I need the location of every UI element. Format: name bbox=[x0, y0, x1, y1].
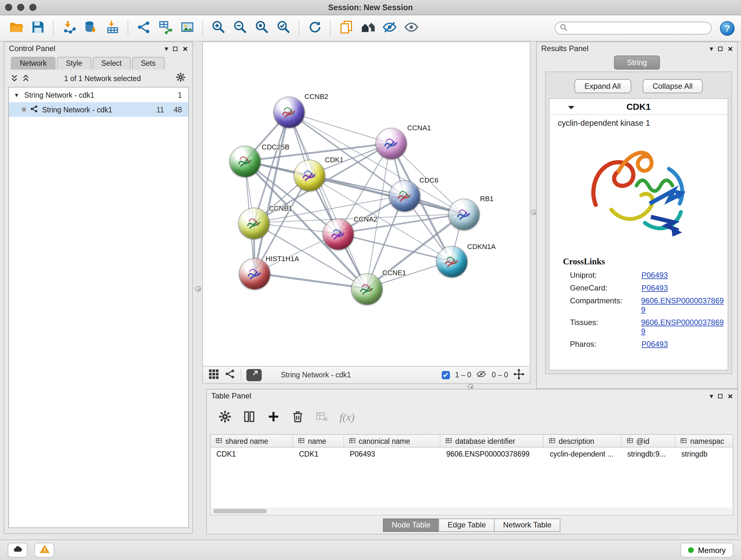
detach-view-button[interactable] bbox=[246, 369, 262, 381]
crosslink-link[interactable]: P06493 bbox=[642, 340, 668, 349]
network-canvas[interactable]: CCNB2CCNA1CDC25BCDK1CDC6RB1CCNB1CCNA2CDK… bbox=[202, 42, 530, 367]
warnings-button[interactable] bbox=[35, 543, 54, 557]
close-panel-button[interactable]: × bbox=[183, 44, 188, 53]
function-builder-button[interactable]: f(x) bbox=[340, 411, 354, 424]
apply-layout-button[interactable] bbox=[305, 18, 324, 38]
search-input[interactable] bbox=[570, 24, 706, 32]
create-column-button[interactable] bbox=[267, 410, 280, 425]
new-network-button[interactable] bbox=[134, 18, 153, 38]
column-header[interactable]: shared name bbox=[211, 435, 293, 447]
network-node-cdc25b[interactable] bbox=[230, 146, 260, 177]
export-image-button[interactable] bbox=[178, 18, 197, 38]
help-button[interactable]: ? bbox=[720, 21, 735, 36]
table-settings-button[interactable] bbox=[218, 410, 232, 425]
close-panel-button[interactable]: × bbox=[728, 392, 733, 400]
table-cell[interactable]: 9606.ENSP00000378699 bbox=[441, 448, 544, 460]
node-details-header[interactable]: CDK1 bbox=[549, 99, 728, 115]
float-panel-button[interactable]: ▾ bbox=[710, 392, 713, 399]
crosslink-link[interactable]: P06493 bbox=[642, 271, 668, 280]
network-node-hist1h1a[interactable] bbox=[239, 259, 270, 289]
tab-string[interactable]: String bbox=[614, 56, 660, 70]
network-view-toolbar: String Network - cdk1 1 – 0 0 – 0 bbox=[202, 367, 530, 384]
table-cell[interactable]: cyclin-dependent ... bbox=[544, 448, 622, 460]
toolbar-separator bbox=[202, 20, 203, 37]
float-panel-button[interactable]: ▾ bbox=[165, 45, 168, 52]
network-node-cdc6[interactable] bbox=[389, 181, 420, 211]
expand-tree-button[interactable] bbox=[11, 74, 18, 82]
network-options-button[interactable] bbox=[176, 72, 186, 84]
network-row[interactable]: String Network - cdk1 11 48 bbox=[9, 102, 188, 117]
network-node-ccna2[interactable] bbox=[323, 219, 354, 250]
network-node-ccnb2[interactable] bbox=[274, 97, 305, 128]
collapse-tree-button[interactable] bbox=[22, 74, 29, 82]
clone-network-button[interactable] bbox=[336, 18, 355, 38]
column-header[interactable]: description bbox=[544, 435, 622, 447]
import-network-file-button[interactable] bbox=[59, 18, 78, 38]
zoom-out-button[interactable] bbox=[230, 18, 250, 38]
zoom-fit-button[interactable] bbox=[252, 18, 271, 38]
show-graphics-details-button[interactable] bbox=[401, 18, 421, 38]
selected-checkbox-icon[interactable] bbox=[442, 371, 450, 379]
maximize-panel-button[interactable] bbox=[718, 46, 723, 51]
column-header[interactable]: namespac bbox=[676, 435, 733, 447]
delete-column-button[interactable] bbox=[291, 410, 305, 425]
maximize-icon bbox=[718, 394, 723, 398]
network-table-icon bbox=[158, 20, 173, 37]
network-node-rb1[interactable] bbox=[449, 199, 479, 230]
table-row[interactable]: CDK1 CDK1 P06493 9606.ENSP00000378699 cy… bbox=[211, 448, 733, 460]
collapse-all-button[interactable]: Collapse All bbox=[643, 79, 703, 93]
column-header[interactable]: database identifier bbox=[441, 435, 544, 447]
tab-select[interactable]: Select bbox=[92, 57, 131, 70]
delete-table-icon bbox=[315, 410, 329, 425]
center-view-button[interactable] bbox=[513, 368, 525, 381]
column-header[interactable]: @id bbox=[622, 435, 676, 447]
home-views-button[interactable] bbox=[358, 18, 377, 38]
network-node-ccna1[interactable] bbox=[376, 128, 407, 159]
maximize-panel-button[interactable] bbox=[173, 46, 178, 51]
tree-expander-icon[interactable]: ▼ bbox=[13, 91, 20, 98]
network-node-cdk1[interactable] bbox=[294, 160, 325, 191]
thumbnail-view-button[interactable] bbox=[208, 368, 219, 381]
tab-style[interactable]: Style bbox=[57, 57, 91, 70]
network-status-dot bbox=[22, 107, 26, 112]
tab-network-table[interactable]: Network Table bbox=[494, 518, 561, 532]
zoom-in-button[interactable] bbox=[209, 18, 228, 38]
cloud-button[interactable] bbox=[8, 543, 27, 557]
network-collection-row[interactable]: ▼ String Network - cdk1 1 bbox=[9, 87, 188, 102]
tab-sets[interactable]: Sets bbox=[132, 57, 164, 70]
save-session-button[interactable] bbox=[28, 18, 47, 38]
tab-edge-table[interactable]: Edge Table bbox=[439, 518, 495, 532]
hide-selected-button[interactable] bbox=[380, 18, 399, 38]
splitter-handle[interactable] bbox=[195, 286, 201, 292]
expand-all-button[interactable]: Expand All bbox=[575, 79, 631, 93]
network-overview-button[interactable] bbox=[225, 368, 235, 381]
crosslink-link[interactable]: 9606.ENSP00000378699 bbox=[641, 296, 728, 314]
scrollbar-thumb[interactable] bbox=[213, 509, 267, 513]
table-cell[interactable]: stringdb bbox=[676, 448, 733, 460]
tab-node-table[interactable]: Node Table bbox=[383, 518, 440, 532]
column-header[interactable]: canonical name bbox=[344, 435, 441, 447]
import-network-database-button[interactable] bbox=[81, 18, 100, 38]
horizontal-scrollbar[interactable] bbox=[211, 508, 732, 514]
maximize-panel-button[interactable] bbox=[718, 394, 723, 398]
table-cell[interactable]: P06493 bbox=[344, 448, 441, 460]
network-node-cdkn1a[interactable] bbox=[436, 246, 467, 277]
zoom-selected-button[interactable] bbox=[274, 18, 293, 38]
float-panel-button[interactable]: ▾ bbox=[710, 45, 713, 52]
close-panel-button[interactable]: × bbox=[728, 44, 733, 53]
memory-button[interactable]: Memory bbox=[680, 543, 733, 557]
delete-table-button[interactable] bbox=[315, 410, 329, 425]
table-cell[interactable]: stringdb:9... bbox=[622, 448, 676, 460]
network-node-ccnb1[interactable] bbox=[239, 208, 269, 239]
crosslink-link[interactable]: 9606.ENSP00000378699 bbox=[641, 318, 728, 336]
network-node-ccne1[interactable] bbox=[352, 274, 382, 305]
import-table-button[interactable] bbox=[103, 18, 122, 38]
crosslink-link[interactable]: P06493 bbox=[642, 284, 668, 293]
tab-network[interactable]: Network bbox=[11, 57, 56, 70]
column-header[interactable]: name bbox=[293, 435, 344, 447]
table-cell[interactable]: CDK1 bbox=[211, 448, 293, 460]
open-session-button[interactable] bbox=[6, 18, 25, 38]
network-table-button[interactable] bbox=[156, 18, 175, 38]
show-columns-button[interactable] bbox=[243, 410, 256, 425]
table-cell[interactable]: CDK1 bbox=[293, 448, 344, 460]
